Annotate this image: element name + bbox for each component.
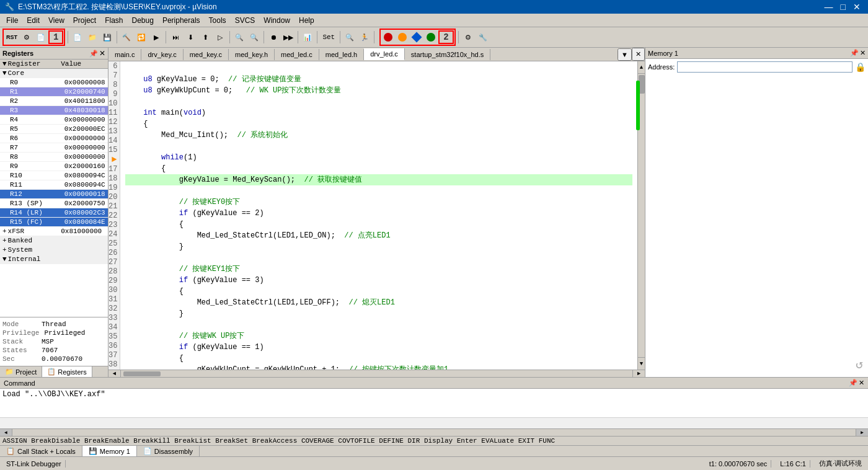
- menu-window[interactable]: Window: [260, 15, 294, 26]
- code-editor[interactable]: 6 7 8 9 10 11 12 13 14 15 ► 17 18 19 20 …: [108, 61, 645, 370]
- scrollbar-left-btn[interactable]: ◄: [108, 370, 121, 378]
- code-line-18: // 按键KEY0按下: [125, 197, 632, 208]
- tb-orange-circle[interactable]: [396, 30, 409, 44]
- tb-step-over[interactable]: ⏭: [169, 30, 182, 44]
- reg-row-xfsr: + xFSR 0x81000000: [0, 227, 108, 236]
- tab-registers[interactable]: 📋 Registers: [42, 366, 92, 377]
- tb-build[interactable]: 🔨: [120, 30, 133, 44]
- command-scrollbar-h[interactable]: ◄ ►: [0, 428, 868, 436]
- command-panel-header: Command 📌 ✕: [0, 378, 868, 389]
- reg-system-toggle[interactable]: +: [2, 246, 7, 254]
- callstack-tab-icon: 📋: [6, 447, 15, 455]
- command-input-area[interactable]: [0, 417, 868, 428]
- code-line-23: [125, 252, 632, 264]
- code-line-32: {: [125, 353, 632, 364]
- tb-misc1[interactable]: 📊: [301, 30, 314, 44]
- tab-project[interactable]: 📁 Project: [0, 366, 42, 377]
- menu-view[interactable]: View: [45, 15, 68, 26]
- tb-go[interactable]: 🏃: [358, 30, 371, 44]
- reg-internal-toggle[interactable]: ▼: [2, 255, 7, 263]
- file-tab-medledc[interactable]: med_led.c: [275, 49, 319, 60]
- tb-zoom-out[interactable]: 🔍: [247, 30, 261, 44]
- menu-debug[interactable]: Debug: [128, 15, 157, 26]
- title-bar-controls: — □ ✕: [822, 2, 863, 12]
- gutter-row-7: 7: [108, 71, 120, 80]
- menu-project[interactable]: Project: [69, 15, 100, 26]
- menu-svcs[interactable]: SVCS: [231, 15, 259, 26]
- reg-r2-value: 0x40011800: [62, 97, 108, 105]
- registers-pin-icon[interactable]: 📌: [89, 50, 98, 58]
- tb-run-cursor[interactable]: ▷: [213, 30, 227, 44]
- tb-red-circle[interactable]: [381, 30, 395, 44]
- tb-breakpoint[interactable]: ⏺: [267, 30, 280, 44]
- menu-help[interactable]: Help: [295, 15, 318, 26]
- reg-toggle-all[interactable]: ▼: [2, 60, 7, 68]
- file-tab-medledc-label: med_led.c: [281, 51, 312, 58]
- scrollbar-h-thumb[interactable]: [123, 371, 161, 376]
- bottom-tab-callstack[interactable]: 📋 Call Stack + Locals: [0, 446, 82, 456]
- command-pin-icon[interactable]: 📌: [849, 379, 857, 387]
- code-line-24: // 按键KEY1按下: [125, 264, 632, 275]
- file-tabs-dropdown[interactable]: ▼: [618, 48, 632, 61]
- tb-find[interactable]: 🔍: [343, 30, 356, 44]
- memory-panel-header: Memory 1 📌 ✕: [645, 48, 868, 59]
- cmd-scroll-left[interactable]: ◄: [0, 429, 12, 436]
- tb-diamond[interactable]: [410, 30, 423, 44]
- menu-peripherals[interactable]: Peripherals: [159, 15, 204, 26]
- memory-lock-icon[interactable]: 🔒: [855, 62, 866, 73]
- bottom-tab-disassembly[interactable]: 📄 Disassembly: [137, 446, 200, 456]
- tb-rebuild[interactable]: 🔁: [135, 30, 148, 44]
- reg-banked-toggle[interactable]: +: [2, 237, 7, 244]
- memory-close-icon[interactable]: ✕: [860, 49, 866, 57]
- close-button[interactable]: ✕: [851, 2, 863, 12]
- tb-save[interactable]: 💾: [100, 30, 114, 44]
- memory-address-input[interactable]: [677, 61, 852, 73]
- file-tab-medkeyc[interactable]: med_key.c: [184, 49, 229, 60]
- file-tab-drvkeyc[interactable]: drv_key.c: [141, 49, 183, 60]
- tb-zoom-in[interactable]: 🔍: [232, 30, 246, 44]
- gutter-row-27: 27: [108, 258, 120, 267]
- file-tab-mainc[interactable]: main.c: [108, 49, 141, 60]
- tb-step-out[interactable]: ⬆: [198, 30, 212, 44]
- scrollbar-up-btn[interactable]: ▲: [638, 61, 645, 74]
- code-scrollbar-h[interactable]: ◄ ►: [108, 370, 645, 377]
- tb-step-in[interactable]: ⬇: [184, 30, 197, 44]
- memory-scroll-icon[interactable]: ↺: [856, 357, 863, 372]
- reg-r9-value: 0x20000160: [62, 162, 108, 171]
- cmd-scroll-right[interactable]: ►: [856, 429, 868, 436]
- scrollbar-right-btn[interactable]: ►: [632, 370, 645, 378]
- sys-stack-value: MSP: [42, 338, 54, 345]
- reg-r10-value: 0x0800094C: [62, 171, 108, 180]
- tb-green-circle[interactable]: [424, 30, 438, 44]
- tb-btn2[interactable]: 📄: [34, 30, 48, 44]
- file-tab-startup[interactable]: startup_stm32f10x_hd.s: [405, 49, 490, 60]
- file-tabs-close[interactable]: ✕: [632, 48, 645, 61]
- menu-tools[interactable]: Tools: [205, 15, 230, 26]
- reg-core-toggle[interactable]: ▼: [2, 69, 7, 77]
- file-tab-drvledc[interactable]: drv_led.c: [364, 48, 405, 60]
- code-content[interactable]: u8 gKeyValue = 0; // 记录按键键值变量 u8 gKeyWkU…: [120, 61, 637, 370]
- reg-xfsr-toggle[interactable]: +: [2, 228, 7, 235]
- maximize-button[interactable]: □: [838, 2, 848, 12]
- memory-pin-icon[interactable]: 📌: [850, 49, 859, 57]
- tb-new[interactable]: 📄: [71, 30, 84, 44]
- tb-wrench[interactable]: 🔧: [476, 30, 490, 44]
- tb-btn1[interactable]: ⚙: [20, 30, 33, 44]
- tb-settings[interactable]: ⚙: [461, 30, 475, 44]
- tb-open[interactable]: 📁: [86, 30, 99, 44]
- minimize-button[interactable]: —: [822, 2, 836, 12]
- menu-flash[interactable]: Flash: [101, 15, 126, 26]
- bottom-tab-memory[interactable]: 💾 Memory 1: [82, 446, 137, 456]
- menu-edit[interactable]: Edit: [23, 15, 43, 26]
- registers-close-icon[interactable]: ✕: [99, 49, 105, 58]
- reg-internal-label: ▼ Internal: [0, 255, 58, 264]
- menu-file[interactable]: File: [2, 15, 22, 26]
- command-close-icon[interactable]: ✕: [859, 379, 864, 387]
- file-tab-medkeyh[interactable]: med_key.h: [229, 49, 275, 60]
- code-line-28: }: [125, 308, 632, 319]
- tb-run[interactable]: ▶▶: [281, 30, 295, 44]
- tb-debug[interactable]: ▶: [149, 30, 163, 44]
- scrollbar-down-btn[interactable]: ▼: [638, 357, 645, 370]
- file-tab-medledh[interactable]: med_led.h: [319, 49, 364, 60]
- tb-reset-button[interactable]: RST: [4, 30, 19, 44]
